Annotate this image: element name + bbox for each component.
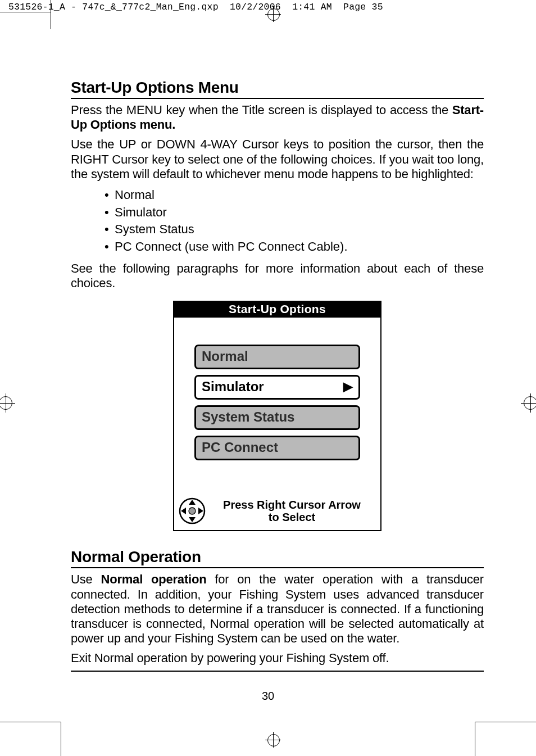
paragraph: Use the UP or DOWN 4-WAY Cursor keys to … xyxy=(71,137,484,182)
section-heading-normal: Normal Operation xyxy=(71,548,484,566)
menu-option-pc-connect[interactable]: PC Connect xyxy=(194,436,360,460)
list-item: System Status xyxy=(115,221,484,238)
registration-mark-icon xyxy=(521,393,536,413)
crop-mark xyxy=(51,0,51,29)
list-item: Normal xyxy=(115,187,484,204)
svg-point-1 xyxy=(189,508,196,514)
screenshot-body: Normal Simulator ▶ System Status PC Conn… xyxy=(174,318,380,473)
text-bold: Normal operation xyxy=(101,572,206,586)
section-heading-startup: Start-Up Options Menu xyxy=(71,79,484,97)
screenshot-footer: Press Right Cursor Arrow to Select xyxy=(174,473,380,530)
crop-mark xyxy=(61,722,61,756)
text: Use xyxy=(71,572,101,586)
crop-mark xyxy=(475,722,536,722)
paragraph: See the following paragraphs for more in… xyxy=(71,261,484,291)
text: to Select xyxy=(269,511,315,523)
registration-mark-icon xyxy=(0,393,15,413)
screenshot-title: Start-Up Options xyxy=(174,302,380,318)
divider xyxy=(71,671,484,672)
device-screenshot: Start-Up Options Normal Simulator ▶ Syst… xyxy=(173,301,381,531)
menu-option-label: Normal xyxy=(202,348,248,364)
print-job-header: 531526-1_A - 747c_&_777c2_Man_Eng.qxp 10… xyxy=(8,2,383,12)
menu-option-system-status[interactable]: System Status xyxy=(194,405,360,430)
menu-option-label: Simulator xyxy=(202,379,264,395)
bullet-list: Normal Simulator System Status PC Connec… xyxy=(71,187,484,256)
text: Press Right Cursor Arrow xyxy=(223,499,361,511)
paragraph: Press the MENU key when the Title screen… xyxy=(71,103,484,132)
registration-mark-icon xyxy=(265,6,281,22)
menu-option-normal[interactable]: Normal xyxy=(194,345,360,369)
time: 1:41 AM xyxy=(292,2,332,12)
dpad-icon xyxy=(179,497,206,524)
crop-mark xyxy=(475,722,475,756)
list-item: Simulator xyxy=(115,204,484,221)
page-content: Start-Up Options Menu Press the MENU key… xyxy=(71,79,484,676)
page-label: Page 35 xyxy=(343,2,383,12)
text: Press the MENU key when the Title screen… xyxy=(71,103,452,117)
list-item: PC Connect (use with PC Connect Cable). xyxy=(115,238,484,256)
crop-mark xyxy=(0,722,61,722)
menu-option-label: PC Connect xyxy=(202,440,278,455)
divider xyxy=(71,567,484,568)
paragraph: Exit Normal operation by powering your F… xyxy=(71,651,484,666)
chevron-right-icon: ▶ xyxy=(343,379,353,394)
divider xyxy=(71,98,484,99)
registration-mark-icon xyxy=(265,732,281,748)
screenshot-instruction: Press Right Cursor Arrow to Select xyxy=(208,499,376,524)
page-number: 30 xyxy=(0,690,536,703)
crop-mark xyxy=(0,12,51,12)
filename: 531526-1_A - 747c_&_777c2_Man_Eng.qxp xyxy=(8,2,219,12)
menu-option-label: System Status xyxy=(202,409,294,425)
paragraph: Use Normal operation for on the water op… xyxy=(71,572,484,646)
menu-option-simulator[interactable]: Simulator ▶ xyxy=(194,375,360,400)
